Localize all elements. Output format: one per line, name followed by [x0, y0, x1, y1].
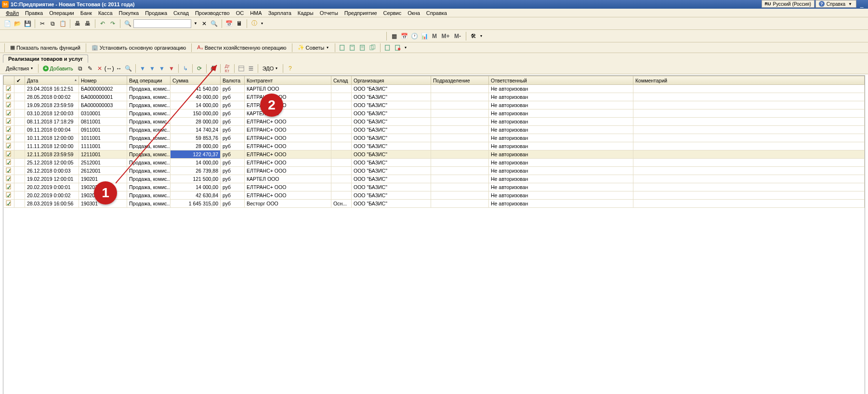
search-dropdown-icon[interactable]: ▼: [193, 21, 198, 26]
search-next-icon[interactable]: 🔍: [210, 19, 219, 28]
set-org-button[interactable]: 🏢 Установить основную организацию: [89, 43, 189, 52]
col-comm[interactable]: Комментарий: [633, 76, 865, 85]
calendar2-icon[interactable]: 📅: [400, 32, 408, 41]
cell-date: 19.02.2019 12:00:01: [25, 175, 79, 183]
document-posted-icon: [6, 176, 13, 181]
doc4-icon[interactable]: [368, 43, 377, 52]
table-row[interactable]: 28.03.2019 16:00:56190301Продажа, комис.…: [4, 200, 865, 208]
cell-status: [4, 118, 14, 126]
menu-enterprise[interactable]: Предприятие: [342, 10, 380, 16]
table-icon[interactable]: ▦: [390, 32, 398, 41]
col-wh[interactable]: Склад: [331, 76, 352, 85]
col-resp[interactable]: Ответственный: [489, 76, 633, 85]
cell-wh: [331, 142, 352, 150]
cell-comm: [633, 142, 865, 150]
col-dep[interactable]: Подразделение: [431, 76, 489, 85]
cell-mark: [14, 167, 25, 175]
search-icon[interactable]: 🔍: [123, 19, 132, 28]
col-mark[interactable]: ✔: [14, 76, 25, 85]
cut-icon[interactable]: ✂: [38, 19, 47, 28]
delete-row-icon[interactable]: ✕: [95, 64, 104, 73]
cell-dep: [431, 142, 489, 150]
menu-nma[interactable]: НМА: [247, 10, 264, 16]
doc2-icon[interactable]: [348, 43, 357, 52]
menu-production[interactable]: Производство: [192, 10, 233, 16]
menu-warehouse[interactable]: Склад: [171, 10, 192, 16]
print-icon[interactable]: 🖶: [73, 19, 82, 28]
menu-windows[interactable]: Окна: [405, 10, 423, 16]
undo-icon[interactable]: ↶: [98, 19, 107, 28]
sort-asc-icon: ▴: [75, 78, 77, 82]
cell-wh: [331, 159, 352, 167]
doc-dropdown-icon[interactable]: ▾: [404, 45, 408, 50]
help-list-icon[interactable]: ?: [286, 64, 294, 73]
menu-bar: Файл Правка Операции Банк Касса Покупка …: [0, 9, 868, 17]
add-button[interactable]: + Добавить: [41, 64, 75, 73]
actions-button[interactable]: Действия ▾: [4, 64, 36, 73]
chevron-down-icon: ▼: [847, 2, 853, 6]
enter-operation-button[interactable]: Аₓ Ввести хозяйственную операцию: [195, 43, 289, 52]
tools-dropdown-icon[interactable]: ▾: [479, 34, 483, 38]
cell-org: ООО "БАЗИС": [352, 191, 431, 200]
menu-reports[interactable]: Отчеты: [317, 10, 341, 16]
calendar-icon[interactable]: 📅: [225, 19, 234, 28]
chevron-down-icon: ▾: [275, 66, 278, 70]
minimize-button[interactable]: _: [857, 0, 866, 9]
info-icon[interactable]: ⓘ: [250, 19, 259, 28]
cell-date: 11.11.2018 12:00:00: [25, 142, 79, 150]
col-status[interactable]: [4, 76, 14, 85]
info-dropdown-icon[interactable]: ▾: [260, 21, 264, 26]
menu-sale[interactable]: Продажа: [142, 10, 170, 16]
timeline-icon[interactable]: (↔): [105, 64, 114, 73]
cell-org: ООО "БАЗИС": [352, 167, 431, 175]
document-posted-icon: [6, 135, 13, 140]
save-icon[interactable]: 💾: [23, 19, 32, 28]
help-button[interactable]: ? Справка ▼: [815, 0, 856, 8]
memory-mminus[interactable]: M-: [452, 32, 463, 41]
tips-button[interactable]: ✨ Советы ▾: [295, 43, 332, 52]
menu-salary[interactable]: Зарплата: [265, 10, 294, 16]
menu-bank[interactable]: Банк: [78, 10, 95, 16]
cell-resp: Не авторизован: [489, 126, 633, 134]
menu-purchase[interactable]: Покупка: [116, 10, 142, 16]
open-icon[interactable]: 📂: [13, 19, 22, 28]
col-org[interactable]: Организация: [352, 76, 431, 85]
cell-mark: [14, 85, 25, 93]
cell-resp: Не авторизован: [489, 150, 633, 159]
memory-mplus[interactable]: M+: [440, 32, 451, 41]
svg-line-31: [116, 65, 217, 183]
menu-operations[interactable]: Операции: [46, 10, 77, 16]
clock-icon[interactable]: 🕐: [410, 32, 419, 41]
menu-help[interactable]: Справка: [423, 10, 450, 16]
search-input[interactable]: [133, 19, 191, 28]
cell-wh: [331, 101, 352, 109]
doc6-icon[interactable]: [394, 43, 402, 52]
menu-cash[interactable]: Касса: [95, 10, 116, 16]
doc5-icon[interactable]: [383, 43, 392, 52]
tab-realizations[interactable]: Реализации товаров и услуг: [3, 54, 88, 63]
menu-file[interactable]: Файл: [3, 10, 22, 16]
language-button[interactable]: RU Русский (Россия): [762, 0, 815, 8]
doc3-icon[interactable]: [358, 43, 367, 52]
chart-icon[interactable]: 📊: [420, 32, 429, 41]
tools-icon[interactable]: 🛠: [469, 32, 478, 41]
paste-icon[interactable]: 📋: [58, 19, 67, 28]
memory-m[interactable]: M: [430, 32, 439, 41]
copy-icon[interactable]: ⧉: [48, 19, 57, 28]
menu-hr[interactable]: Кадры: [295, 10, 316, 16]
doc1-icon[interactable]: [338, 43, 347, 52]
print-preview-icon[interactable]: 🖶: [83, 19, 92, 28]
show-panel-button[interactable]: ▦ Показать панель функций: [8, 43, 83, 52]
menu-service[interactable]: Сервис: [381, 10, 405, 16]
redo-icon[interactable]: ↷: [108, 19, 117, 28]
clear-search-icon[interactable]: ✕: [200, 19, 209, 28]
cell-mark: [14, 101, 25, 109]
col-date[interactable]: Дата▴: [25, 76, 79, 85]
menu-edit[interactable]: Правка: [22, 10, 46, 16]
menu-os[interactable]: ОС: [233, 10, 247, 16]
copy-row-icon[interactable]: ⧉: [76, 64, 85, 73]
table-row[interactable]: 20.02.2019 0:00:02190203Продажа, комис..…: [4, 191, 865, 200]
edit-row-icon[interactable]: ✎: [86, 64, 94, 73]
new-icon[interactable]: 📄: [3, 19, 12, 28]
calculator-icon[interactable]: 🖩: [235, 19, 244, 28]
